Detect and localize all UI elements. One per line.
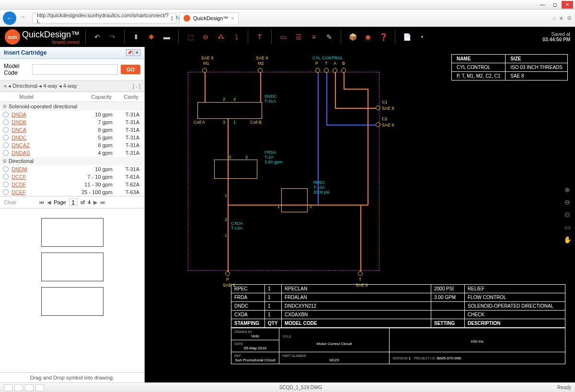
- zoom-in-icon[interactable]: ⊕: [563, 185, 572, 195]
- part-row[interactable]: DNDA10 gpmT-31A: [0, 111, 144, 118]
- radio-icon[interactable]: [3, 127, 9, 133]
- model-link[interactable]: DNCA: [12, 127, 79, 133]
- radio-icon[interactable]: [3, 112, 9, 117]
- t-port[interactable]: [358, 271, 363, 276]
- part-row[interactable]: DNCA8 gpmT-31A: [0, 126, 144, 134]
- redo-button[interactable]: ↷: [107, 31, 118, 43]
- edit-icon[interactable]: ✎: [323, 31, 335, 43]
- part-row[interactable]: DCEF25 - 100 gpmT-63A: [0, 188, 144, 196]
- port-b[interactable]: [341, 68, 346, 73]
- m1-port[interactable]: [202, 68, 207, 73]
- zoom-fit-icon[interactable]: ⊙: [563, 210, 572, 219]
- part-row[interactable]: DNDC5 gpmT-31A: [0, 134, 144, 141]
- page-next-icon[interactable]: ▶: [93, 199, 97, 206]
- part-row[interactable]: DNDM10 gpmT-31A: [0, 165, 144, 173]
- clear-button[interactable]: Clear: [4, 199, 16, 205]
- valve-icon[interactable]: ✱: [146, 31, 157, 43]
- part-row[interactable]: DNDAS4 gpmT-31A: [0, 149, 144, 157]
- snap-icon[interactable]: [14, 384, 23, 391]
- port-p[interactable]: [315, 68, 320, 73]
- favorites-icon[interactable]: ★: [559, 15, 564, 22]
- radio-icon[interactable]: [3, 189, 9, 195]
- model-link[interactable]: DNDAS: [12, 150, 79, 156]
- port-a[interactable]: [333, 68, 337, 73]
- nav-forward-button[interactable]: →: [19, 13, 30, 23]
- model-link[interactable]: DNDA: [12, 112, 79, 117]
- symbol-preview[interactable]: [0, 208, 144, 372]
- c2-port[interactable]: [376, 122, 380, 127]
- part-row[interactable]: DNCAZ8 gpmT-31A: [0, 141, 144, 149]
- node-icon[interactable]: ⊖: [200, 31, 211, 43]
- home-icon[interactable]: ⌂: [552, 15, 556, 22]
- radio-icon[interactable]: [3, 182, 9, 187]
- panel-pin-icon[interactable]: 📌: [126, 49, 133, 56]
- go-button[interactable]: GO: [121, 65, 140, 74]
- dropdown-icon[interactable]: ▼: [416, 31, 428, 43]
- part-row[interactable]: DNDB7 gpmT-31A: [0, 118, 144, 126]
- zoom-out-icon[interactable]: ⊖: [563, 197, 572, 207]
- panel-close-icon[interactable]: ✕: [134, 49, 140, 56]
- port-t[interactable]: [324, 68, 329, 73]
- sun-icon[interactable]: ◉: [362, 31, 374, 43]
- route-icon[interactable]: ⤵: [230, 31, 242, 43]
- page-first-icon[interactable]: ⏮: [39, 199, 44, 205]
- model-link[interactable]: DNDM: [12, 166, 79, 172]
- view3-icon[interactable]: ≡: [308, 31, 320, 43]
- model-link[interactable]: DCEF: [12, 189, 79, 195]
- url-dropdown-icon[interactable]: ▲▼: [171, 15, 173, 21]
- model-link[interactable]: DNDC: [12, 135, 79, 140]
- part-row[interactable]: DCCF7 - 10 gpmT-61A: [0, 173, 144, 181]
- symbol-2[interactable]: [41, 253, 104, 281]
- frda-symbol[interactable]: [214, 160, 257, 179]
- group-header[interactable]: Solenoid-operated directional: [0, 102, 144, 111]
- zoom-window-icon[interactable]: ▭: [563, 222, 572, 232]
- model-link[interactable]: DNDB: [12, 119, 79, 125]
- group-header[interactable]: Directional: [0, 157, 144, 165]
- view1-icon[interactable]: ▭: [277, 31, 289, 43]
- undo-button[interactable]: ↶: [92, 31, 103, 43]
- radio-icon[interactable]: [3, 119, 9, 125]
- select-icon[interactable]: ⬚: [184, 31, 196, 43]
- url-box[interactable]: http://quickdesigndev.sunhydraulics.com/…: [33, 13, 176, 23]
- model-link[interactable]: DNCAZ: [12, 142, 79, 148]
- text-icon[interactable]: T: [254, 31, 265, 43]
- window-minimize[interactable]: —: [537, 1, 548, 9]
- dndc-symbol[interactable]: [197, 102, 262, 119]
- page-last-icon[interactable]: ⏭: [100, 199, 105, 205]
- window-close[interactable]: ✕: [562, 1, 573, 9]
- help-icon[interactable]: ❓: [378, 31, 389, 43]
- ortho-icon[interactable]: [35, 384, 44, 391]
- part-row[interactable]: DCDF11 - 30 gpmT-62A: [0, 181, 144, 188]
- grid-icon[interactable]: [4, 384, 12, 391]
- symbol-1[interactable]: [41, 218, 104, 247]
- nav-back-button[interactable]: ←: [3, 12, 16, 25]
- tab-close-icon[interactable]: ×: [231, 15, 234, 21]
- radio-icon[interactable]: [3, 166, 9, 172]
- m2-port[interactable]: [258, 68, 263, 73]
- browser-tab[interactable]: QuickDesign™ ×: [179, 12, 239, 24]
- box-icon[interactable]: 📦: [347, 31, 358, 43]
- window-maximize[interactable]: ◻: [549, 1, 561, 9]
- model-link[interactable]: DCCF: [12, 174, 79, 180]
- radio-icon[interactable]: [3, 135, 9, 140]
- radio-icon[interactable]: [3, 142, 9, 148]
- rpec-symbol[interactable]: [281, 188, 308, 212]
- tools-icon[interactable]: ⚙: [567, 15, 572, 22]
- pan-icon[interactable]: ✋: [563, 235, 572, 244]
- view2-icon[interactable]: ☰: [293, 31, 304, 43]
- page-prev-icon[interactable]: ◀: [47, 199, 51, 206]
- drawing-canvas[interactable]: SAE 8 M1 SAE 8 M2 CYL CONTROL P T A B C1…: [145, 47, 575, 382]
- manifold-icon[interactable]: ▬: [161, 31, 172, 43]
- c1-port[interactable]: [376, 105, 380, 110]
- symbol-3[interactable]: [41, 287, 104, 316]
- page-input[interactable]: [69, 198, 78, 206]
- collapse-button[interactable]: [ - ]: [133, 83, 140, 89]
- radio-icon[interactable]: [3, 150, 9, 156]
- doc-icon[interactable]: 📄: [401, 31, 413, 43]
- group-icon[interactable]: ⁂: [215, 31, 227, 43]
- cartridge-icon[interactable]: ⬍: [130, 31, 142, 43]
- radio-icon[interactable]: [3, 174, 9, 180]
- breadcrumb[interactable]: « ◂ Directional ◂ 4-way ◂ 4-way [ - ]: [0, 81, 144, 92]
- layer-icon[interactable]: [25, 384, 34, 391]
- model-link[interactable]: DCDF: [12, 182, 79, 187]
